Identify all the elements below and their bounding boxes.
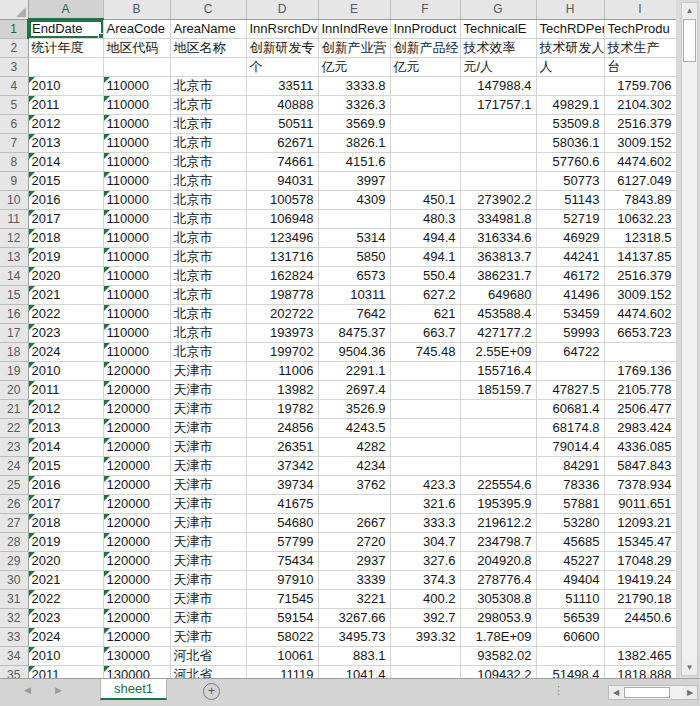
cell-D29[interactable]: 75434 bbox=[246, 552, 318, 571]
cell-A1[interactable]: EndDate bbox=[28, 19, 103, 39]
cell-H7[interactable]: 58036.1 bbox=[536, 134, 604, 153]
cell-A27[interactable]: 2018 bbox=[28, 514, 103, 533]
row-header-5[interactable]: 5 bbox=[0, 96, 28, 115]
cell-D9[interactable]: 94031 bbox=[246, 172, 318, 191]
scroll-left-button[interactable]: ◀ bbox=[609, 686, 623, 699]
row-header-20[interactable]: 20 bbox=[0, 381, 28, 400]
cell-C12[interactable]: 北京市 bbox=[170, 229, 246, 248]
row-header-23[interactable]: 23 bbox=[0, 438, 28, 457]
cell-C21[interactable]: 天津市 bbox=[170, 400, 246, 419]
cell-G21[interactable] bbox=[460, 400, 536, 419]
cell-E23[interactable]: 4282 bbox=[318, 438, 390, 457]
cell-F26[interactable]: 321.6 bbox=[390, 495, 460, 514]
row-header-22[interactable]: 22 bbox=[0, 419, 28, 438]
cell-A28[interactable]: 2019 bbox=[28, 533, 103, 552]
row-header-3[interactable]: 3 bbox=[0, 58, 28, 77]
cell-C5[interactable]: 北京市 bbox=[170, 96, 246, 115]
cell-A30[interactable]: 2021 bbox=[28, 571, 103, 590]
cell-I33[interactable] bbox=[604, 628, 676, 647]
cell-E29[interactable]: 2937 bbox=[318, 552, 390, 571]
cell-I22[interactable]: 2983.424 bbox=[604, 419, 676, 438]
cell-C30[interactable]: 天津市 bbox=[170, 571, 246, 590]
cell-F12[interactable]: 494.4 bbox=[390, 229, 460, 248]
cell-D13[interactable]: 131716 bbox=[246, 248, 318, 267]
row-header-8[interactable]: 8 bbox=[0, 153, 28, 172]
cell-D14[interactable]: 162824 bbox=[246, 267, 318, 286]
cell-A22[interactable]: 2013 bbox=[28, 419, 103, 438]
cell-G7[interactable] bbox=[460, 134, 536, 153]
cell-F23[interactable] bbox=[390, 438, 460, 457]
cell-D16[interactable]: 202722 bbox=[246, 305, 318, 324]
cell-C4[interactable]: 北京市 bbox=[170, 77, 246, 96]
cell-C1[interactable]: AreaName bbox=[170, 19, 246, 39]
cell-C22[interactable]: 天津市 bbox=[170, 419, 246, 438]
cell-E28[interactable]: 2720 bbox=[318, 533, 390, 552]
cell-B34[interactable]: 130000 bbox=[103, 647, 170, 666]
cell-D31[interactable]: 71545 bbox=[246, 590, 318, 609]
cell-G8[interactable] bbox=[460, 153, 536, 172]
cell-H27[interactable]: 53280 bbox=[536, 514, 604, 533]
cell-H12[interactable]: 46929 bbox=[536, 229, 604, 248]
cell-G25[interactable]: 225554.6 bbox=[460, 476, 536, 495]
cell-G20[interactable]: 185159.7 bbox=[460, 381, 536, 400]
row-header-29[interactable]: 29 bbox=[0, 552, 28, 571]
cell-B8[interactable]: 110000 bbox=[103, 153, 170, 172]
cell-B31[interactable]: 120000 bbox=[103, 590, 170, 609]
cell-C9[interactable]: 北京市 bbox=[170, 172, 246, 191]
row-header-27[interactable]: 27 bbox=[0, 514, 28, 533]
cell-G5[interactable]: 171757.1 bbox=[460, 96, 536, 115]
row-header-21[interactable]: 21 bbox=[0, 400, 28, 419]
cell-H33[interactable]: 60600 bbox=[536, 628, 604, 647]
cell-B10[interactable]: 110000 bbox=[103, 191, 170, 210]
cell-H6[interactable]: 53509.8 bbox=[536, 115, 604, 134]
cell-H23[interactable]: 79014.4 bbox=[536, 438, 604, 457]
column-header-e[interactable]: E bbox=[318, 0, 390, 19]
cell-H14[interactable]: 46172 bbox=[536, 267, 604, 286]
cell-H32[interactable]: 56539 bbox=[536, 609, 604, 628]
cell-I9[interactable]: 6127.049 bbox=[604, 172, 676, 191]
cell-I28[interactable]: 15345.47 bbox=[604, 533, 676, 552]
cell-I15[interactable]: 3009.152 bbox=[604, 286, 676, 305]
column-header-i[interactable]: I bbox=[604, 0, 676, 19]
cell-C23[interactable]: 天津市 bbox=[170, 438, 246, 457]
cell-I10[interactable]: 7843.89 bbox=[604, 191, 676, 210]
row-header-30[interactable]: 30 bbox=[0, 571, 28, 590]
cell-E20[interactable]: 2697.4 bbox=[318, 381, 390, 400]
cell-E18[interactable]: 9504.36 bbox=[318, 343, 390, 362]
cell-A32[interactable]: 2023 bbox=[28, 609, 103, 628]
cell-F3[interactable]: 亿元 bbox=[390, 58, 460, 77]
cell-C16[interactable]: 北京市 bbox=[170, 305, 246, 324]
cell-F18[interactable]: 745.48 bbox=[390, 343, 460, 362]
cell-E16[interactable]: 7642 bbox=[318, 305, 390, 324]
row-header-14[interactable]: 14 bbox=[0, 267, 28, 286]
cell-D25[interactable]: 39734 bbox=[246, 476, 318, 495]
row-header-32[interactable]: 32 bbox=[0, 609, 28, 628]
cell-F19[interactable] bbox=[390, 362, 460, 381]
cell-A14[interactable]: 2020 bbox=[28, 267, 103, 286]
cell-G24[interactable] bbox=[460, 457, 536, 476]
cell-A23[interactable]: 2014 bbox=[28, 438, 103, 457]
cell-F34[interactable] bbox=[390, 647, 460, 666]
cell-D30[interactable]: 97910 bbox=[246, 571, 318, 590]
cell-A4[interactable]: 2010 bbox=[28, 77, 103, 96]
cell-G27[interactable]: 219612.2 bbox=[460, 514, 536, 533]
cell-I13[interactable]: 14137.85 bbox=[604, 248, 676, 267]
cell-F21[interactable] bbox=[390, 400, 460, 419]
cell-E12[interactable]: 5314 bbox=[318, 229, 390, 248]
cell-H17[interactable]: 59993 bbox=[536, 324, 604, 343]
cell-I26[interactable]: 9011.651 bbox=[604, 495, 676, 514]
cell-E26[interactable] bbox=[318, 495, 390, 514]
cell-B14[interactable]: 110000 bbox=[103, 267, 170, 286]
cell-H21[interactable]: 60681.4 bbox=[536, 400, 604, 419]
cell-D34[interactable]: 10061 bbox=[246, 647, 318, 666]
row-header-2[interactable]: 2 bbox=[0, 39, 28, 58]
cell-G17[interactable]: 427177.2 bbox=[460, 324, 536, 343]
column-header-h[interactable]: H bbox=[536, 0, 604, 19]
cell-D11[interactable]: 106948 bbox=[246, 210, 318, 229]
cell-F13[interactable]: 494.1 bbox=[390, 248, 460, 267]
cell-G32[interactable]: 298053.9 bbox=[460, 609, 536, 628]
cell-G34[interactable]: 93582.02 bbox=[460, 647, 536, 666]
cell-C2[interactable]: 地区名称 bbox=[170, 39, 246, 58]
cell-C26[interactable]: 天津市 bbox=[170, 495, 246, 514]
cell-A20[interactable]: 2011 bbox=[28, 381, 103, 400]
